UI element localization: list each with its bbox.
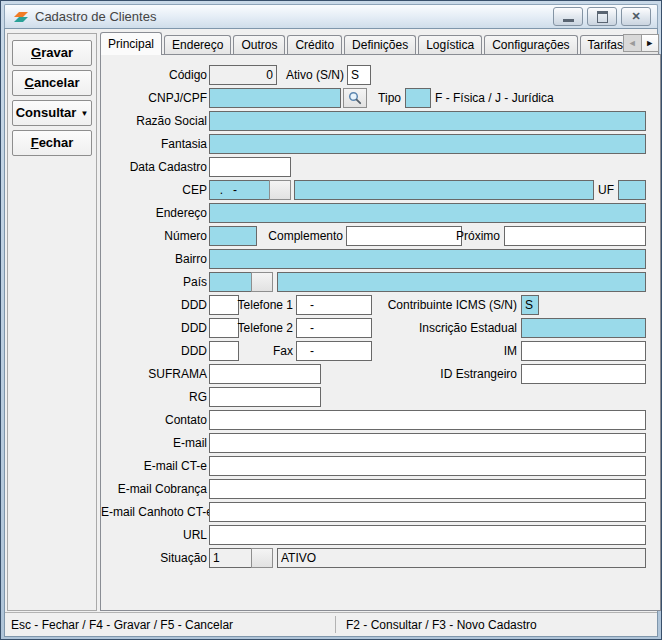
title-bar: Cadastro de Clientes ✕ bbox=[4, 4, 658, 28]
cep-logradouro-input[interactable] bbox=[294, 180, 594, 200]
tab-scroller: ◄ ► bbox=[623, 34, 659, 52]
tab-outros[interactable]: Outros bbox=[233, 35, 285, 55]
contribuinte-icms-input[interactable] bbox=[521, 295, 539, 315]
pais-lookup-button[interactable] bbox=[251, 272, 273, 292]
razao-social-input[interactable] bbox=[209, 111, 646, 131]
situacao-lookup-button[interactable] bbox=[251, 548, 273, 568]
email-label: E-mail bbox=[101, 433, 207, 453]
chevron-down-icon: ▼ bbox=[80, 109, 88, 118]
situacao-descricao-input[interactable] bbox=[277, 548, 646, 568]
magnifier-icon bbox=[348, 91, 362, 105]
uf-label: UF bbox=[584, 180, 614, 200]
cnpj-cpf-input[interactable] bbox=[209, 88, 341, 108]
ddd2-label: DDD bbox=[101, 318, 207, 338]
fantasia-input[interactable] bbox=[209, 134, 646, 154]
tipo-label: Tipo bbox=[361, 88, 401, 108]
app-window: Cadastro de Clientes ✕ Gravar Cancelar C… bbox=[0, 0, 662, 640]
telefone1-label: Telefone 1 bbox=[213, 295, 293, 315]
ddd1-label: DDD bbox=[101, 295, 207, 315]
rg-input[interactable] bbox=[209, 387, 321, 407]
id-estrangeiro-label: ID Estrangeiro bbox=[417, 364, 517, 384]
bairro-input[interactable] bbox=[209, 249, 646, 269]
tab-control: Principal Endereço Outros Crédito Defini… bbox=[100, 33, 661, 611]
tipo-hint: F - Física / J - Jurídica bbox=[435, 88, 554, 108]
ativo-input[interactable] bbox=[347, 65, 371, 85]
fax-label: Fax bbox=[213, 341, 293, 361]
ddd3-label: DDD bbox=[101, 341, 207, 361]
cnpj-cpf-label: CNPJ/CPF bbox=[101, 88, 207, 108]
tab-logistica[interactable]: Logística bbox=[418, 35, 482, 55]
endereco-input[interactable] bbox=[209, 203, 646, 223]
id-estrangeiro-input[interactable] bbox=[521, 364, 646, 384]
minimize-icon bbox=[563, 19, 574, 22]
cancelar-button[interactable]: Cancelar bbox=[12, 70, 92, 96]
pais-label: País bbox=[101, 272, 207, 292]
restore-button[interactable] bbox=[587, 7, 617, 26]
pais-codigo-input[interactable] bbox=[209, 272, 252, 292]
tab-scroll-right-icon[interactable]: ► bbox=[641, 35, 659, 51]
cep-lookup-button[interactable] bbox=[269, 180, 291, 200]
complemento-label: Complemento bbox=[243, 226, 343, 246]
url-label: URL bbox=[101, 525, 207, 545]
tab-endereco[interactable]: Endereço bbox=[164, 35, 231, 55]
tab-principal[interactable]: Principal bbox=[100, 32, 162, 55]
fax-input[interactable] bbox=[296, 341, 372, 361]
ativo-label: Ativo (S/N) bbox=[274, 65, 344, 85]
uf-input[interactable] bbox=[618, 180, 646, 200]
im-input[interactable] bbox=[521, 341, 646, 361]
pais-nome-input[interactable] bbox=[277, 272, 646, 292]
tab-credito[interactable]: Crédito bbox=[287, 35, 342, 55]
tipo-input[interactable] bbox=[405, 88, 431, 108]
proximo-input[interactable] bbox=[504, 226, 646, 246]
consultar-button[interactable]: Consultar▼ bbox=[12, 100, 92, 126]
tab-scroll-left-icon[interactable]: ◄ bbox=[624, 35, 641, 51]
inscricao-estadual-input[interactable] bbox=[521, 318, 646, 338]
email-cte-label: E-mail CT-e bbox=[101, 456, 207, 476]
url-input[interactable] bbox=[209, 525, 646, 545]
endereco-label: Endereço bbox=[101, 203, 207, 223]
contribuinte-icms-label: Contribuinte ICMS (S/N) bbox=[317, 295, 517, 315]
email-input[interactable] bbox=[209, 433, 646, 453]
tab-definicoes[interactable]: Definições bbox=[344, 35, 416, 55]
tab-page-principal: Código Ativo (S/N) CNPJ/CPF Tipo F - Fís… bbox=[100, 54, 661, 611]
telefone2-label: Telefone 2 bbox=[213, 318, 293, 338]
cep-input[interactable] bbox=[209, 180, 270, 200]
suframa-label: SUFRAMA bbox=[101, 364, 207, 384]
email-cobranca-input[interactable] bbox=[209, 479, 646, 499]
window-controls: ✕ bbox=[553, 7, 651, 26]
razao-social-label: Razão Social bbox=[101, 111, 207, 131]
email-cobranca-label: E-mail Cobrança bbox=[101, 479, 207, 499]
tab-configuracoes[interactable]: Configurações bbox=[484, 35, 577, 55]
close-button[interactable]: ✕ bbox=[621, 7, 651, 26]
email-canhoto-cte-label: E-mail Canhoto CT-e bbox=[101, 502, 207, 522]
status-bar: Esc - Fechar / F4 - Gravar / F5 - Cancel… bbox=[5, 612, 657, 636]
codigo-input[interactable] bbox=[209, 65, 277, 85]
situacao-label: Situação bbox=[101, 548, 207, 568]
codigo-label: Código bbox=[101, 65, 207, 85]
statusbar-shortcuts-right: F2 - Consultar / F3 - Novo Cadastro bbox=[344, 618, 537, 632]
suframa-input[interactable] bbox=[209, 364, 321, 384]
email-canhoto-cte-input[interactable] bbox=[209, 502, 646, 522]
tab-bar: Principal Endereço Outros Crédito Defini… bbox=[100, 33, 661, 55]
fantasia-label: Fantasia bbox=[101, 134, 207, 154]
rg-label: RG bbox=[101, 387, 207, 407]
close-icon: ✕ bbox=[631, 11, 640, 22]
restore-icon bbox=[597, 11, 608, 23]
data-cadastro-label: Data Cadastro bbox=[101, 157, 207, 177]
cep-label: CEP bbox=[101, 180, 207, 200]
situacao-codigo-input[interactable] bbox=[209, 548, 252, 568]
im-label: IM bbox=[437, 341, 517, 361]
contato-label: Contato bbox=[101, 410, 207, 430]
statusbar-shortcuts-left: Esc - Fechar / F4 - Gravar / F5 - Cancel… bbox=[5, 618, 335, 632]
fechar-button[interactable]: Fechar bbox=[12, 130, 92, 156]
email-cte-input[interactable] bbox=[209, 456, 646, 476]
app-logo-icon bbox=[13, 9, 29, 25]
gravar-button[interactable]: Gravar bbox=[12, 40, 92, 66]
data-cadastro-input[interactable] bbox=[209, 157, 291, 177]
statusbar-divider bbox=[335, 616, 336, 633]
contato-input[interactable] bbox=[209, 410, 646, 430]
numero-label: Número bbox=[101, 226, 207, 246]
window-title: Cadastro de Clientes bbox=[35, 9, 553, 24]
bairro-label: Bairro bbox=[101, 249, 207, 269]
minimize-button[interactable] bbox=[553, 7, 583, 26]
